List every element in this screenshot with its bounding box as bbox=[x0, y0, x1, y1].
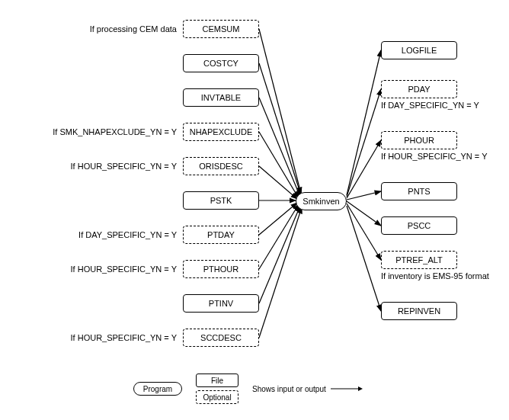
legend-arrow-label: Shows input or output bbox=[252, 385, 326, 393]
cond-pthour: If HOUR_SPECIFIC_YN = Y bbox=[46, 265, 177, 274]
svg-line-13 bbox=[347, 191, 381, 200]
svg-line-10 bbox=[347, 50, 381, 195]
legend-program: Program bbox=[133, 382, 182, 396]
program-smkinven: Smkinven bbox=[296, 192, 347, 210]
cond-cemsum: If processing CEM data bbox=[46, 24, 177, 34]
legend-program-label: Program bbox=[143, 385, 172, 393]
input-orisdesc: ORISDESC bbox=[183, 157, 259, 175]
output-logfile: LOGFILE bbox=[381, 41, 457, 59]
cond-orisdesc: If HOUR_SPECIFIC_YN = Y bbox=[46, 162, 177, 171]
legend: Program File Optional Shows input or out… bbox=[133, 374, 363, 404]
output-phour: PHOUR bbox=[381, 131, 457, 149]
svg-line-14 bbox=[347, 201, 381, 226]
node-label: PTDAY bbox=[207, 230, 235, 239]
legend-optional-label: Optional bbox=[203, 393, 231, 402]
node-label: PSCC bbox=[408, 221, 431, 230]
input-costcy: COSTCY bbox=[183, 54, 259, 72]
svg-line-0 bbox=[259, 29, 301, 194]
svg-line-7 bbox=[259, 204, 299, 269]
svg-line-4 bbox=[259, 166, 297, 199]
node-label: CEMSUM bbox=[203, 24, 240, 34]
svg-line-3 bbox=[259, 132, 299, 198]
node-label: COSTCY bbox=[203, 59, 238, 68]
node-label: SCCDESC bbox=[200, 333, 242, 342]
output-pscc: PSCC bbox=[381, 216, 457, 235]
node-label: PTINV bbox=[209, 299, 233, 308]
svg-line-6 bbox=[259, 203, 297, 235]
node-label: PNTS bbox=[408, 187, 430, 196]
svg-line-12 bbox=[347, 140, 381, 198]
cond-sccdesc: If HOUR_SPECIFIC_YN = Y bbox=[46, 333, 177, 342]
svg-line-15 bbox=[347, 204, 381, 260]
input-ptday: PTDAY bbox=[183, 226, 259, 244]
arrow-icon bbox=[331, 385, 363, 393]
input-invtable: INVTABLE bbox=[183, 88, 259, 107]
program-label: Smkinven bbox=[303, 197, 339, 206]
svg-line-9 bbox=[259, 207, 302, 338]
input-sccdesc: SCCDESC bbox=[183, 329, 259, 347]
node-label: LOGFILE bbox=[402, 46, 437, 55]
svg-line-8 bbox=[259, 206, 300, 303]
node-label: REPINVEN bbox=[398, 306, 440, 316]
node-label: PHOUR bbox=[404, 136, 434, 145]
input-cemsum: CEMSUM bbox=[183, 20, 259, 38]
cond-ptref-alt: If inventory is EMS-95 format bbox=[381, 271, 503, 281]
node-label: ORISDESC bbox=[199, 162, 242, 171]
legend-file-optional: File Optional bbox=[196, 374, 238, 404]
node-label: NHAPEXCLUDE bbox=[190, 127, 253, 136]
cond-pday: If DAY_SPECIFIC_YN = Y bbox=[381, 101, 503, 110]
cond-phour: If HOUR_SPECIFIC_YN = Y bbox=[381, 152, 503, 161]
svg-line-2 bbox=[259, 98, 300, 197]
legend-file-label: File bbox=[211, 377, 223, 385]
input-pthour: PTHOUR bbox=[183, 260, 259, 278]
cond-ptday: If DAY_SPECIFIC_YN = Y bbox=[46, 230, 177, 239]
node-label: PSTK bbox=[210, 196, 232, 205]
svg-line-11 bbox=[347, 89, 381, 197]
input-pstk: PSTK bbox=[183, 191, 259, 210]
output-repinven: REPINVEN bbox=[381, 302, 457, 320]
input-ptinv: PTINV bbox=[183, 294, 259, 313]
output-pday: PDAY bbox=[381, 80, 457, 98]
legend-arrow: Shows input or output bbox=[252, 385, 363, 393]
input-nhapexclude: NHAPEXCLUDE bbox=[183, 123, 259, 141]
output-ptref-alt: PTREF_ALT bbox=[381, 251, 457, 269]
svg-line-1 bbox=[259, 63, 301, 195]
node-label: PDAY bbox=[408, 85, 430, 94]
cond-nhapexclude: If SMK_NHAPEXCLUDE_YN = Y bbox=[46, 127, 177, 136]
svg-line-16 bbox=[347, 206, 381, 311]
output-pnts: PNTS bbox=[381, 182, 457, 200]
node-label: PTHOUR bbox=[203, 265, 238, 274]
node-label: PTREF_ALT bbox=[395, 255, 443, 265]
node-label: INVTABLE bbox=[201, 93, 241, 102]
